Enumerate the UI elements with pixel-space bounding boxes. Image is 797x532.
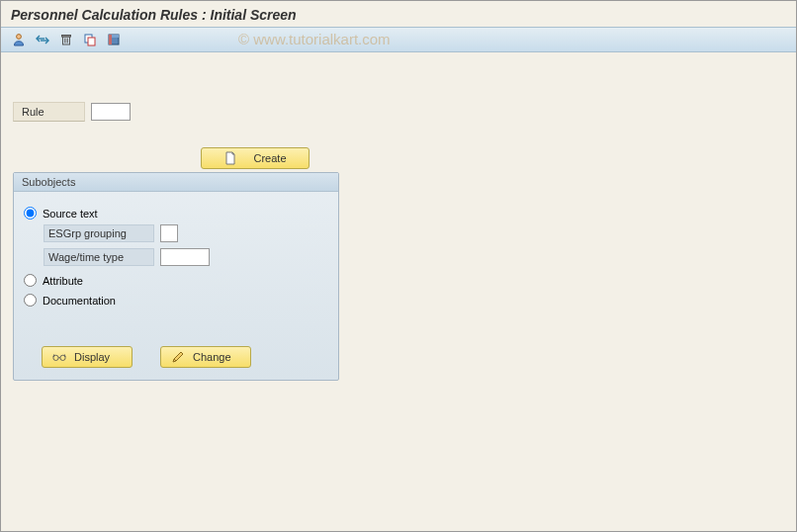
- radio-documentation-input[interactable]: [24, 294, 37, 307]
- subobjects-panel: Subobjects Source text ESGrp grouping Wa…: [13, 172, 339, 381]
- radio-documentation-label: Documentation: [43, 295, 116, 307]
- esgrp-label: ESGrp grouping: [44, 224, 154, 242]
- rule-input[interactable]: [91, 103, 131, 121]
- esgrp-input[interactable]: [160, 224, 178, 242]
- svg-point-13: [53, 355, 58, 360]
- svg-rect-9: [88, 38, 95, 45]
- radio-attribute[interactable]: Attribute: [22, 272, 330, 289]
- change-button[interactable]: Change: [160, 346, 251, 368]
- wage-label: Wage/time type: [44, 248, 154, 266]
- svg-point-14: [60, 355, 65, 360]
- radio-documentation[interactable]: Documentation: [22, 292, 330, 309]
- change-button-label: Change: [193, 351, 231, 363]
- svg-rect-12: [112, 35, 119, 38]
- radio-attribute-label: Attribute: [43, 275, 83, 287]
- create-button[interactable]: Create: [201, 147, 310, 169]
- pencil-icon: [171, 350, 185, 364]
- toolbar: [1, 27, 796, 52]
- document-icon: [223, 151, 237, 165]
- trash-icon[interactable]: [56, 30, 76, 49]
- display-button-label: Display: [74, 351, 110, 363]
- wage-input[interactable]: [160, 248, 210, 266]
- copy-icon[interactable]: [80, 30, 100, 49]
- radio-attribute-input[interactable]: [24, 274, 37, 287]
- arrows-icon[interactable]: [33, 30, 52, 49]
- create-button-label: Create: [253, 152, 286, 164]
- svg-rect-4: [62, 36, 71, 38]
- panel-header: Subobjects: [14, 173, 338, 192]
- svg-point-0: [17, 35, 22, 40]
- radio-source-text[interactable]: Source text: [22, 205, 330, 222]
- glasses-icon: [52, 350, 66, 364]
- svg-rect-11: [109, 35, 112, 44]
- rule-label: Rule: [13, 102, 85, 122]
- display-button[interactable]: Display: [42, 346, 133, 368]
- radio-source-text-label: Source text: [43, 208, 98, 220]
- person-icon[interactable]: [9, 30, 29, 49]
- layout-icon[interactable]: [104, 30, 124, 49]
- content-area: Rule Create Subobjects Source text ESGrp…: [1, 52, 796, 393]
- page-title: Personnel Calculation Rules : Initial Sc…: [1, 1, 796, 27]
- radio-source-text-input[interactable]: [24, 207, 37, 220]
